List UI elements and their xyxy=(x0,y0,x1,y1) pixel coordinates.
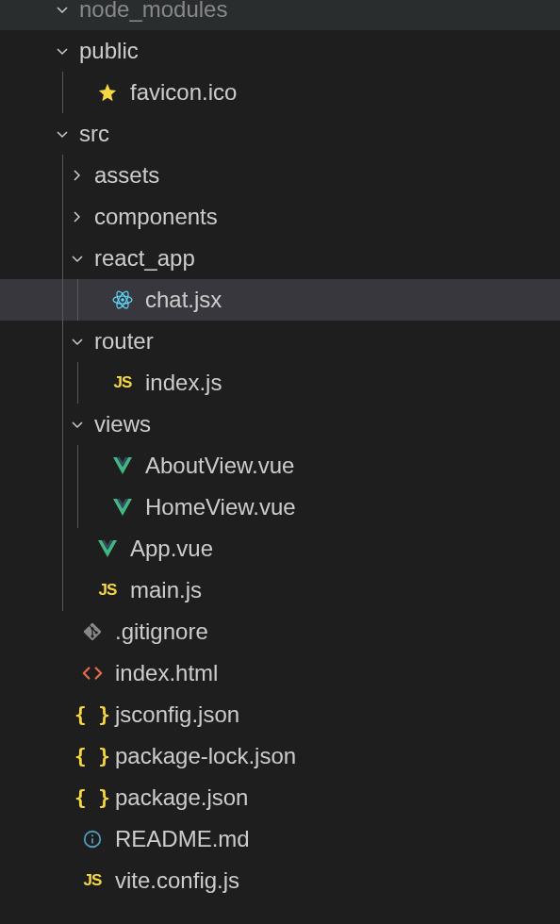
js-icon: JS xyxy=(109,370,136,396)
tree-item-label: favicon.ico xyxy=(130,79,237,106)
file-item[interactable]: { }jsconfig.json xyxy=(0,694,560,735)
folder-item[interactable]: node_modules xyxy=(0,0,560,30)
file-item[interactable]: { }package-lock.json xyxy=(0,735,560,777)
svg-rect-6 xyxy=(91,838,93,844)
folder-item[interactable]: views xyxy=(0,404,560,445)
file-item[interactable]: JSvite.config.js xyxy=(0,860,560,901)
chevron-down-icon[interactable] xyxy=(49,0,75,23)
tree-item-label: .gitignore xyxy=(115,619,208,645)
folder-item[interactable]: src xyxy=(0,113,560,155)
tree-item-label: index.html xyxy=(115,660,218,686)
tree-item-label: views xyxy=(94,411,151,437)
tree-item-label: App.vue xyxy=(130,536,213,562)
chevron-right-icon[interactable] xyxy=(64,204,91,230)
tree-item-label: main.js xyxy=(130,577,202,603)
tree-item-label: index.js xyxy=(145,370,222,396)
tree-item-label: jsconfig.json xyxy=(115,701,239,728)
tree-item-label: node_modules xyxy=(79,0,227,23)
chevron-down-icon[interactable] xyxy=(64,328,91,355)
folder-item[interactable]: react_app xyxy=(0,238,560,279)
tree-item-label: vite.config.js xyxy=(115,867,239,894)
file-item[interactable]: { }package.json xyxy=(0,777,560,818)
folder-item[interactable]: router xyxy=(0,321,560,362)
file-item[interactable]: AboutView.vue xyxy=(0,445,560,487)
react-icon xyxy=(109,287,136,313)
chevron-right-icon[interactable] xyxy=(64,162,91,189)
json-icon: { } xyxy=(79,701,106,728)
json-icon: { } xyxy=(79,784,106,811)
tree-item-label: router xyxy=(94,328,154,355)
svg-point-5 xyxy=(91,834,93,836)
chevron-down-icon[interactable] xyxy=(49,38,75,64)
tree-item-label: chat.jsx xyxy=(145,287,222,313)
js-icon: JS xyxy=(79,867,106,894)
file-item[interactable]: favicon.ico xyxy=(0,72,560,113)
chevron-down-icon[interactable] xyxy=(64,245,91,272)
star-icon xyxy=(94,79,121,106)
file-item[interactable]: JSindex.js xyxy=(0,362,560,404)
file-item[interactable]: .gitignore xyxy=(0,611,560,652)
file-item[interactable]: JSmain.js xyxy=(0,569,560,611)
file-item[interactable]: HomeView.vue xyxy=(0,487,560,528)
info-icon xyxy=(79,826,106,852)
folder-item[interactable]: public xyxy=(0,30,560,72)
json-icon: { } xyxy=(79,743,106,769)
tree-item-label: package.json xyxy=(115,784,248,811)
folder-item[interactable]: assets xyxy=(0,155,560,196)
chevron-down-icon[interactable] xyxy=(64,411,91,437)
tree-item-label: src xyxy=(79,121,109,147)
tree-item-label: components xyxy=(94,204,218,230)
js-icon: JS xyxy=(94,577,121,603)
file-item[interactable]: README.md xyxy=(0,818,560,860)
file-item[interactable]: index.html xyxy=(0,652,560,694)
chevron-down-icon[interactable] xyxy=(49,121,75,147)
tree-item-label: package-lock.json xyxy=(115,743,296,769)
tree-item-label: react_app xyxy=(94,245,195,272)
file-tree: node_modulespublicfavicon.icosrcassetsco… xyxy=(0,0,560,901)
git-icon xyxy=(79,619,106,645)
svg-point-3 xyxy=(121,298,124,302)
tree-item-label: assets xyxy=(94,162,159,189)
tree-item-label: public xyxy=(79,38,139,64)
tree-item-label: README.md xyxy=(115,826,250,852)
tree-item-label: AboutView.vue xyxy=(145,453,294,479)
tree-item-label: HomeView.vue xyxy=(145,494,296,520)
vue-icon xyxy=(94,536,121,562)
file-item[interactable]: chat.jsx xyxy=(0,279,560,321)
html-icon xyxy=(79,660,106,686)
folder-item[interactable]: components xyxy=(0,196,560,238)
vue-icon xyxy=(109,453,136,479)
vue-icon xyxy=(109,494,136,520)
file-item[interactable]: App.vue xyxy=(0,528,560,569)
